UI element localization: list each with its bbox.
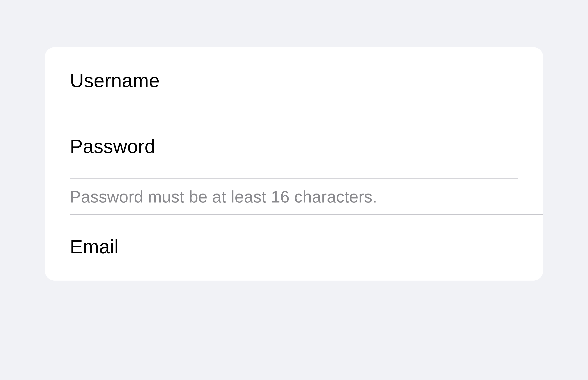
email-row[interactable]: Email xyxy=(45,215,543,281)
password-helper-text: Password must be at least 16 characters. xyxy=(70,179,543,215)
username-row[interactable]: Username xyxy=(45,47,543,114)
form-card: Username Password Password must be at le… xyxy=(45,47,543,281)
username-label: Username xyxy=(70,71,543,90)
email-label: Email xyxy=(70,237,543,256)
password-label: Password xyxy=(70,137,543,178)
password-row[interactable]: Password Password must be at least 16 ch… xyxy=(45,114,543,215)
